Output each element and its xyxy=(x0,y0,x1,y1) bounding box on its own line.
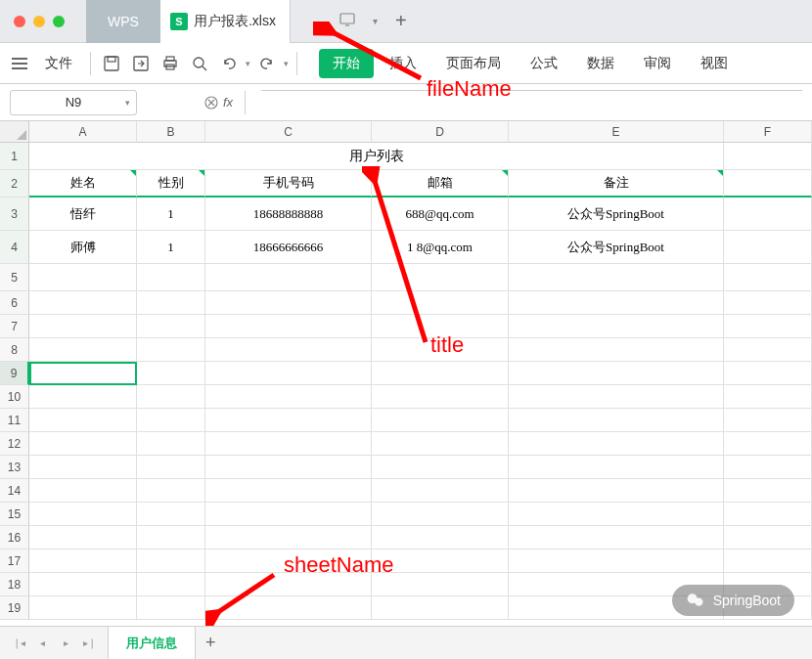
tab-data[interactable]: 数据 xyxy=(573,49,628,78)
row-header-18[interactable]: 18 xyxy=(0,573,29,596)
col-header-E[interactable]: E xyxy=(509,121,724,143)
cell[interactable] xyxy=(29,291,137,315)
cell[interactable] xyxy=(509,503,724,526)
tab-insert[interactable]: 插入 xyxy=(376,49,430,78)
cell[interactable] xyxy=(509,291,724,315)
cell[interactable] xyxy=(29,456,137,479)
cell[interactable] xyxy=(509,526,724,549)
cell[interactable] xyxy=(29,526,137,549)
redo-dropdown-icon[interactable]: ▾ xyxy=(284,59,289,68)
close-window-icon[interactable] xyxy=(14,16,25,27)
cell[interactable] xyxy=(509,315,724,338)
cell[interactable] xyxy=(724,409,812,432)
row-header-6[interactable]: 6 xyxy=(0,291,29,315)
cell[interactable] xyxy=(372,315,509,338)
add-sheet-button[interactable]: + xyxy=(205,633,216,653)
row-header-12[interactable]: 12 xyxy=(0,432,29,456)
header-name[interactable]: 姓名 xyxy=(29,170,137,198)
cell[interactable] xyxy=(724,503,812,526)
minimize-window-icon[interactable] xyxy=(33,16,45,27)
cell[interactable] xyxy=(372,291,509,315)
cell[interactable] xyxy=(372,385,509,409)
cell[interactable] xyxy=(509,264,724,291)
undo-dropdown-icon[interactable]: ▾ xyxy=(246,59,250,68)
cell[interactable] xyxy=(509,409,724,432)
cell[interactable] xyxy=(205,479,372,503)
cell-phone[interactable]: 18666666666 xyxy=(205,231,372,264)
cell[interactable] xyxy=(372,549,509,573)
print-preview-icon[interactable] xyxy=(187,51,212,76)
cell[interactable] xyxy=(137,479,205,503)
cell[interactable] xyxy=(137,526,205,549)
cell[interactable] xyxy=(724,264,812,291)
undo-icon[interactable] xyxy=(216,51,242,76)
cell[interactable] xyxy=(205,456,372,479)
tab-formulas[interactable]: 公式 xyxy=(517,49,571,78)
cell[interactable] xyxy=(724,549,812,573)
cell-remark[interactable]: 公众号SpringBoot xyxy=(509,198,724,231)
cell[interactable] xyxy=(724,291,812,315)
sheet-tab-active[interactable]: 用户信息 xyxy=(108,626,196,659)
cell[interactable] xyxy=(137,456,205,479)
cell[interactable] xyxy=(372,479,509,503)
file-menu[interactable]: 文件 xyxy=(35,51,82,76)
formula-input[interactable] xyxy=(261,90,802,115)
cell[interactable] xyxy=(29,503,137,526)
cell[interactable] xyxy=(724,143,812,170)
cell[interactable] xyxy=(205,409,372,432)
select-all-corner[interactable] xyxy=(0,121,29,143)
cell[interactable] xyxy=(29,573,137,596)
col-header-F[interactable]: F xyxy=(724,121,812,143)
cell[interactable] xyxy=(372,596,509,620)
row-header-14[interactable]: 14 xyxy=(0,479,29,503)
cell[interactable] xyxy=(372,362,509,385)
cell[interactable] xyxy=(137,385,205,409)
save-as-icon[interactable] xyxy=(128,51,154,76)
row-header-8[interactable]: 8 xyxy=(0,338,29,362)
cell[interactable] xyxy=(29,338,137,362)
cell[interactable] xyxy=(137,362,205,385)
cell[interactable] xyxy=(509,432,724,456)
row-header-13[interactable]: 13 xyxy=(0,456,29,479)
tab-start[interactable]: 开始 xyxy=(319,49,374,78)
cell[interactable] xyxy=(724,385,812,409)
header-remark[interactable]: 备注 xyxy=(509,170,724,198)
cell[interactable] xyxy=(205,264,372,291)
tab-dropdown-icon[interactable]: ▾ xyxy=(373,16,378,26)
cell-name[interactable]: 师傅 xyxy=(29,231,137,264)
cell[interactable] xyxy=(29,385,137,409)
cell[interactable] xyxy=(205,362,372,385)
cell[interactable] xyxy=(372,432,509,456)
cell[interactable] xyxy=(372,456,509,479)
cell[interactable] xyxy=(509,338,724,362)
save-icon[interactable] xyxy=(99,51,124,76)
cell[interactable] xyxy=(509,362,724,385)
tab-review[interactable]: 审阅 xyxy=(630,49,685,78)
cell[interactable] xyxy=(205,432,372,456)
row-header-11[interactable]: 11 xyxy=(0,409,29,432)
row-header-4[interactable]: 4 xyxy=(0,231,29,264)
cell[interactable] xyxy=(509,385,724,409)
cell[interactable] xyxy=(137,549,205,573)
header-email[interactable]: 邮箱 xyxy=(372,170,509,198)
cell[interactable] xyxy=(137,338,205,362)
hamburger-menu-icon[interactable] xyxy=(8,54,31,73)
cell-gender[interactable]: 1 xyxy=(137,198,205,231)
cell[interactable] xyxy=(205,338,372,362)
cell[interactable] xyxy=(29,409,137,432)
col-header-A[interactable]: A xyxy=(29,121,137,143)
cell[interactable] xyxy=(205,596,372,620)
cell[interactable] xyxy=(724,338,812,362)
tab-view[interactable]: 视图 xyxy=(687,49,742,78)
cell[interactable] xyxy=(205,573,372,596)
cell[interactable] xyxy=(205,503,372,526)
cancel-fx-icon[interactable] xyxy=(203,95,219,110)
row-header-7[interactable]: 7 xyxy=(0,315,29,338)
cell[interactable] xyxy=(372,526,509,549)
cell[interactable] xyxy=(137,432,205,456)
cell[interactable] xyxy=(137,315,205,338)
cell-phone[interactable]: 18688888888 xyxy=(205,198,372,231)
cell[interactable] xyxy=(29,362,137,385)
redo-icon[interactable] xyxy=(254,51,280,76)
cell[interactable] xyxy=(137,409,205,432)
